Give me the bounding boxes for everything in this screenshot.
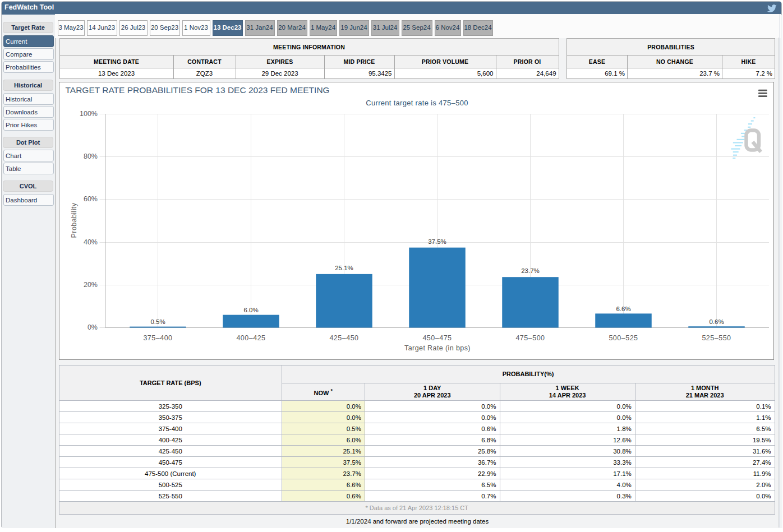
- svg-text:80%: 80%: [84, 152, 98, 160]
- svg-text:Target Rate (in bps): Target Rate (in bps): [404, 344, 471, 352]
- svg-text:37.5%: 37.5%: [428, 238, 446, 245]
- svg-text:40%: 40%: [84, 238, 98, 246]
- svg-text:0%: 0%: [87, 323, 98, 331]
- svg-text:475–500: 475–500: [515, 334, 545, 342]
- svg-text:525–550: 525–550: [702, 334, 731, 342]
- svg-text:0.6%: 0.6%: [709, 318, 724, 325]
- svg-text:100%: 100%: [80, 110, 98, 118]
- svg-text:6.0%: 6.0%: [243, 307, 258, 313]
- svg-text:TARGET RATE PROBABILITIES FOR: TARGET RATE PROBABILITIES FOR 13 DEC 202…: [66, 85, 330, 95]
- svg-text:60%: 60%: [84, 195, 98, 203]
- svg-text:0.5%: 0.5%: [150, 318, 165, 325]
- svg-text:400–425: 400–425: [236, 334, 265, 342]
- svg-text:Current target rate is 475–500: Current target rate is 475–500: [366, 99, 468, 107]
- svg-text:23.7%: 23.7%: [521, 267, 540, 274]
- svg-text:6.6%: 6.6%: [616, 306, 630, 312]
- svg-text:20%: 20%: [84, 281, 98, 289]
- svg-text:375–400: 375–400: [143, 334, 172, 342]
- svg-text:Probability: Probability: [70, 202, 78, 238]
- svg-text:450–475: 450–475: [422, 334, 452, 342]
- svg-text:500–525: 500–525: [609, 334, 638, 342]
- svg-text:25.1%: 25.1%: [335, 265, 353, 271]
- svg-text:425–450: 425–450: [329, 334, 358, 342]
